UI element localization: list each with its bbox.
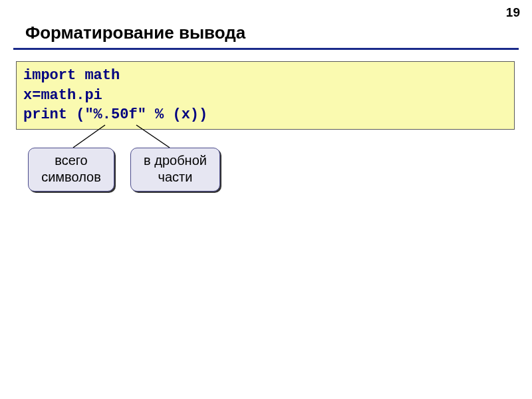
- pointer-lines: [0, 0, 532, 399]
- callout-line: части: [140, 169, 210, 186]
- code-line-1: import math: [23, 67, 120, 84]
- title-underline: [13, 48, 519, 50]
- callout-fractional-part: в дробной части: [130, 148, 220, 192]
- page-title: Форматирование вывода: [25, 23, 245, 43]
- page-number: 19: [506, 5, 520, 20]
- code-line-3: print ("%.50f" % (x)): [23, 106, 207, 123]
- callout-line: символов: [38, 169, 104, 186]
- code-block: import math x=math.pi print ("%.50f" % (…: [16, 61, 515, 130]
- code-line-2: x=math.pi: [23, 87, 102, 104]
- callout-total-symbols: всего символов: [28, 148, 114, 192]
- callout-line: всего: [38, 152, 104, 169]
- callout-line: в дробной: [140, 152, 210, 169]
